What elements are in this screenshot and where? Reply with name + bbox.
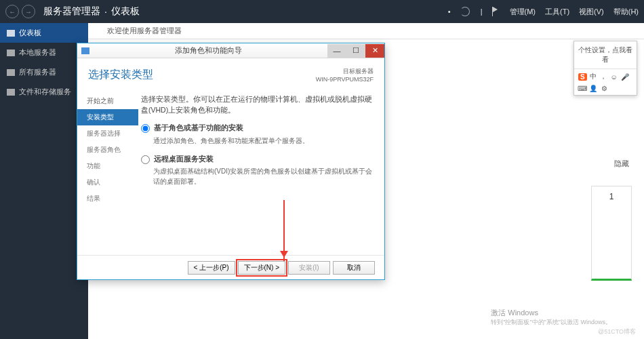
tile-group: 1: [591, 186, 632, 281]
person-icon[interactable]: 👤: [589, 84, 597, 92]
close-button[interactable]: ✕: [365, 44, 384, 58]
target-server-info: 目标服务器 WIN-9PRVPUMS32F: [316, 68, 374, 83]
dialog-icon: [81, 47, 89, 54]
back-button[interactable]: ←: [5, 5, 19, 18]
files-icon: [7, 89, 15, 96]
install-type-rds[interactable]: 远程桌面服务安装: [141, 154, 374, 165]
sidebar: 仪表板 本地服务器 所有服务器 文件和存储服务: [0, 23, 88, 339]
menu-bar: • | 管理(M) 工具(T) 视图(V) 帮助(H): [448, 7, 639, 17]
install-type-role-based[interactable]: 基于角色或基于功能的安装: [141, 123, 374, 134]
menu-view[interactable]: 视图(V): [579, 7, 604, 17]
menu-tools[interactable]: 工具(T): [545, 7, 569, 17]
bullet-icon: •: [448, 7, 451, 16]
emoji-icon[interactable]: ☺: [610, 73, 618, 81]
server-icon: [7, 49, 15, 56]
step-result: 结果: [77, 191, 138, 207]
wizard-footer: < 上一步(P) 下一步(N) > 安装(I) 取消: [77, 255, 384, 279]
activate-title: 激活 Windows: [491, 308, 611, 318]
wizard-heading: 选择安装类型: [88, 68, 153, 82]
title-bar: ← → 服务器管理器 · 仪表板 • | 管理(M) 工具(T) 视图(V) 帮…: [0, 0, 644, 23]
prev-button[interactable]: < 上一步(P): [188, 261, 235, 275]
minimize-button[interactable]: —: [327, 44, 346, 58]
watermark: @51CTO博客: [598, 327, 636, 336]
step-roles: 服务器角色: [77, 142, 138, 158]
opt2-description: 为虚拟桌面基础结构(VDI)安装所需的角色服务以创建基于虚拟机或基于会话的桌面部…: [153, 166, 374, 186]
mic-icon[interactable]: 🎤: [621, 73, 629, 81]
forward-button: →: [22, 5, 35, 18]
wizard-description: 选择安装类型。你可以在正在运行的物理计算机、虚拟机或脱机虚拟硬盘(VHD)上安装…: [141, 94, 374, 116]
radio-role-based[interactable]: [141, 124, 150, 133]
welcome-header: 欢迎使用服务器管理器: [88, 23, 644, 39]
breadcrumb: 服务器管理器 · 仪表板: [43, 5, 140, 18]
ime-tip-panel[interactable]: 个性设置，点我看看 S 中 ， ☺ 🎤 ⌨ 👤 ⚙: [573, 41, 637, 96]
dialog-title: 添加角色和功能向导: [89, 45, 327, 56]
menu-help[interactable]: 帮助(H): [613, 7, 639, 17]
maximize-button[interactable]: ☐: [346, 44, 365, 58]
wizard-content: 选择安装类型。你可以在正在运行的物理计算机、虚拟机或脱机虚拟硬盘(VHD)上安装…: [138, 90, 384, 255]
dialog-titlebar[interactable]: 添加角色和功能向导 — ☐ ✕: [77, 43, 384, 58]
flag-icon[interactable]: [492, 7, 500, 16]
ime-toolbar[interactable]: S 中 ， ☺ 🎤 ⌨ 👤 ⚙: [574, 69, 637, 95]
menu-manage[interactable]: 管理(M): [510, 7, 536, 17]
refresh-icon[interactable]: [460, 7, 470, 16]
cancel-button[interactable]: 取消: [333, 261, 375, 275]
activate-windows: 激活 Windows 转到"控制面板"中的"系统"以激活 Windows。: [491, 308, 611, 327]
sogou-icon[interactable]: S: [578, 73, 587, 81]
keyboard-icon[interactable]: ⌨: [578, 84, 586, 92]
sidebar-item-all[interactable]: 所有服务器: [0, 62, 88, 82]
divider: |: [481, 7, 483, 16]
step-before[interactable]: 开始之前: [77, 93, 138, 109]
dashboard-icon: [7, 30, 15, 37]
settings-icon[interactable]: ⚙: [600, 84, 608, 92]
wizard-step-nav: 开始之前 安装类型 服务器选择 服务器角色 功能 确认 结果: [77, 90, 138, 255]
server-tile[interactable]: 1: [591, 186, 632, 281]
breadcrumb-app: 服务器管理器: [43, 5, 100, 18]
step-confirm: 确认: [77, 174, 138, 191]
step-type[interactable]: 安装类型: [77, 109, 138, 125]
install-button: 安装(I): [288, 261, 330, 275]
sidebar-item-files[interactable]: 文件和存储服务: [0, 82, 88, 102]
punctuation-icon[interactable]: ，: [599, 73, 607, 81]
breadcrumb-sep: ·: [104, 6, 107, 17]
radio-rds[interactable]: [141, 155, 150, 164]
step-server[interactable]: 服务器选择: [77, 125, 138, 142]
opt1-description: 通过添加角色、角色服务和功能来配置单个服务器。: [153, 136, 374, 146]
ime-mode[interactable]: 中: [590, 72, 597, 81]
sidebar-item-local[interactable]: 本地服务器: [0, 43, 88, 62]
step-features: 功能: [77, 158, 138, 174]
breadcrumb-page: 仪表板: [111, 5, 140, 18]
servers-icon: [7, 69, 15, 76]
add-roles-wizard-dialog: 添加角色和功能向导 — ☐ ✕ 选择安装类型 目标服务器 WIN-9PRVPUM…: [77, 43, 385, 280]
sidebar-item-dashboard[interactable]: 仪表板: [0, 23, 88, 43]
hide-link[interactable]: 隐藏: [614, 159, 629, 169]
tip-header[interactable]: 个性设置，点我看看: [574, 41, 637, 69]
next-button[interactable]: 下一步(N) >: [238, 261, 286, 275]
activate-sub: 转到"控制面板"中的"系统"以激活 Windows。: [491, 318, 611, 327]
